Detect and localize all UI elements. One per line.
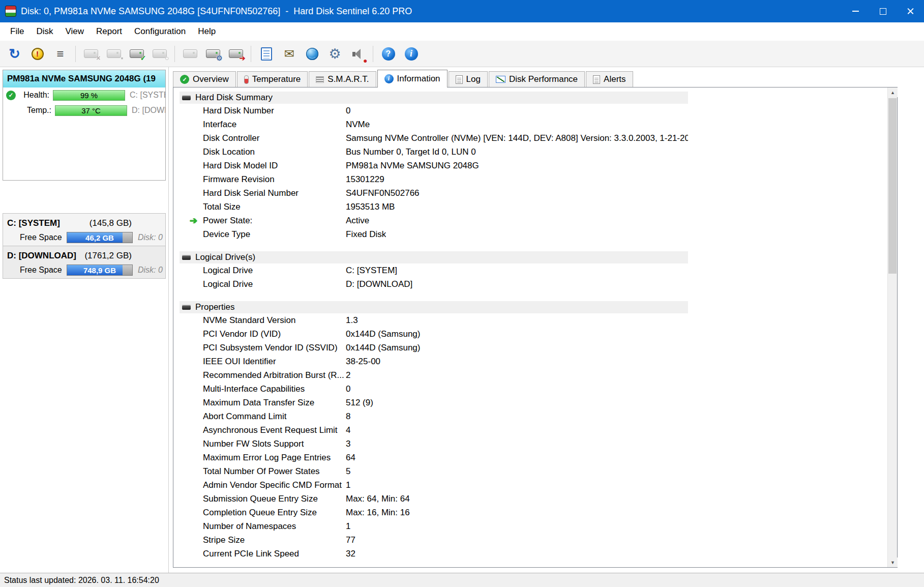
info-value: C: [SYSTEM] — [346, 266, 397, 276]
section-header: Logical Drive(s) — [180, 251, 688, 263]
network-globe-button[interactable] — [301, 43, 323, 65]
refresh-button[interactable]: ↻ — [3, 43, 26, 65]
info-row: PCI Vendor ID (VID)0x144D (Samsung) — [180, 327, 688, 341]
menu-report[interactable]: Report — [90, 24, 128, 39]
info-label: Abort Command Limit — [203, 412, 346, 422]
tab-label: Overview — [193, 74, 229, 84]
tab-label: Alerts — [604, 74, 625, 84]
content-area: ✓OverviewTemperatureS.M.A.R.T.iInformati… — [169, 67, 924, 573]
info-label: Hard Disk Serial Number — [203, 188, 346, 198]
smart-attributes-icon — [316, 76, 324, 83]
tab-information[interactable]: iInformation — [377, 70, 448, 87]
panel-list-button[interactable] — [255, 43, 278, 65]
maximize-button[interactable] — [869, 0, 897, 22]
drive-size: (145,8 GB) — [90, 218, 132, 228]
info-value: S4UFNF0N502766 — [346, 188, 420, 198]
free-space-value: 46,2 GB — [67, 232, 132, 243]
info-value: Active — [346, 216, 369, 226]
scrollbar-thumb[interactable] — [888, 98, 897, 274]
sound-icon-badge: ● — [363, 57, 367, 64]
log-page-icon — [456, 75, 463, 84]
info-row: Hard Disk Number0 — [180, 104, 688, 118]
drive-item-c[interactable]: C: [SYSTEM](145,8 GB)Free Space46,2 GBDi… — [3, 213, 166, 246]
info-value: 3 — [346, 439, 350, 449]
tab-label: Disk Performance — [509, 74, 578, 84]
temperature-label: Temp.: — [20, 106, 51, 115]
info-value: 1953513 MB — [346, 202, 395, 212]
disk-list-item-selected[interactable]: PM981a NVMe SAMSUNG 2048G (19 ✓ Health: … — [3, 70, 166, 181]
panel-list-icon — [261, 47, 272, 61]
information-icon: i — [384, 74, 394, 83]
disk-search-button[interactable]: ○ — [148, 43, 171, 65]
sound-button[interactable]: ● — [346, 43, 369, 65]
minimize-button[interactable] — [842, 0, 869, 22]
info-label: NVMe Standard Version — [203, 315, 346, 326]
disk-number-label: Disk: 0 — [138, 233, 163, 242]
disk-section-icon — [182, 305, 191, 310]
info-row: ➔Power State:Active — [180, 214, 688, 227]
scroll-down-button[interactable] — [888, 557, 898, 567]
report-button[interactable]: ≡ — [49, 43, 72, 65]
info-row: NVMe Standard Version1.3 — [180, 313, 688, 327]
toolbar-separator — [174, 46, 175, 62]
info-label: Total Number Of Power States — [203, 466, 346, 477]
info-label: Asynchronous Event Request Limit — [203, 425, 346, 435]
info-label: Hard Disk Number — [203, 106, 346, 116]
info-value: D: [DOWNLOAD] — [346, 279, 412, 289]
main-area: PM981a NVMe SAMSUNG 2048G (19 ✓ Health: … — [0, 67, 924, 573]
tab-smart[interactable]: S.M.A.R.T. — [309, 71, 376, 87]
alarm-clock-button[interactable]: ! — [26, 43, 49, 65]
tab-overview[interactable]: ✓Overview — [173, 71, 236, 87]
info-label: Recommended Arbitration Burst (R... — [203, 370, 346, 380]
tab-label: Temperature — [252, 74, 301, 84]
info-value: 0 — [346, 106, 350, 116]
health-ok-icon: ✓ — [6, 91, 16, 100]
disk-gear-button[interactable]: ⚙ — [201, 43, 224, 65]
free-space-value: 748,9 GB — [67, 265, 132, 275]
menu-file[interactable]: File — [4, 24, 30, 39]
menu-view[interactable]: View — [59, 24, 90, 39]
info-value: 64 — [346, 453, 355, 463]
overview-check-icon: ✓ — [180, 75, 189, 84]
menu-disk[interactable]: Disk — [30, 24, 59, 39]
tab-temperature[interactable]: Temperature — [237, 71, 308, 87]
tab-disk-performance[interactable]: Disk Performance — [489, 71, 585, 87]
disk-eject-button[interactable]: ➔ — [224, 43, 247, 65]
tab-alerts[interactable]: Alerts — [586, 71, 633, 87]
tab-log[interactable]: Log — [449, 71, 488, 87]
info-value: 0 — [346, 384, 350, 394]
minimize-icon — [852, 11, 859, 12]
info-label: Disk Controller — [203, 133, 346, 143]
disk-eject-icon-badge: ➔ — [240, 54, 246, 62]
menu-help[interactable]: Help — [192, 24, 222, 39]
info-row: Total Size1953513 MB — [180, 200, 688, 214]
info-label: Logical Drive — [203, 279, 346, 289]
drive-header: D: [DOWNLOAD](1761,2 GB) — [3, 248, 165, 263]
info-row: InterfaceNVMe — [180, 118, 688, 131]
info-row: Number of Namespaces1 — [180, 519, 688, 533]
settings-gear-button[interactable]: ⚙ — [323, 43, 346, 65]
mail-button[interactable]: ✉ — [278, 43, 301, 65]
scroll-up-button[interactable] — [888, 87, 898, 97]
disk-write-button[interactable]: ▪ — [102, 43, 125, 65]
disk-accept-button[interactable]: ✓ — [125, 43, 148, 65]
disk-button[interactable] — [178, 43, 201, 65]
info-row: Total Number Of Power States5 — [180, 464, 688, 478]
info-button[interactable]: i — [400, 43, 423, 65]
menu-configuration[interactable]: Configuration — [128, 24, 192, 39]
temperature-bar: 37 °C — [55, 105, 127, 116]
status-bar: Status last updated: 2026. 03. 11. 16:54… — [0, 573, 924, 587]
help-button[interactable]: ? — [377, 43, 400, 65]
close-button[interactable] — [897, 0, 924, 22]
drive-item-d[interactable]: D: [DOWNLOAD](1761,2 GB)Free Space748,9 … — [3, 246, 166, 279]
info-row: IEEE OUI Identifier38-25-00 — [180, 355, 688, 368]
health-value: 99 % — [53, 91, 125, 100]
drive-name: D: [DOWNLOAD] — [7, 251, 76, 261]
info-value: Max: 16, Min: 16 — [346, 508, 410, 518]
info-label: PCI Subsystem Vendor ID (SSVID) — [203, 343, 346, 353]
disk-remove-button[interactable]: × — [79, 43, 102, 65]
temperature-thermometer-icon — [244, 75, 249, 84]
scrollbar[interactable] — [887, 87, 897, 567]
health-bar: 99 % — [53, 90, 125, 101]
info-label: Maximum Error Log Page Entries — [203, 453, 346, 463]
